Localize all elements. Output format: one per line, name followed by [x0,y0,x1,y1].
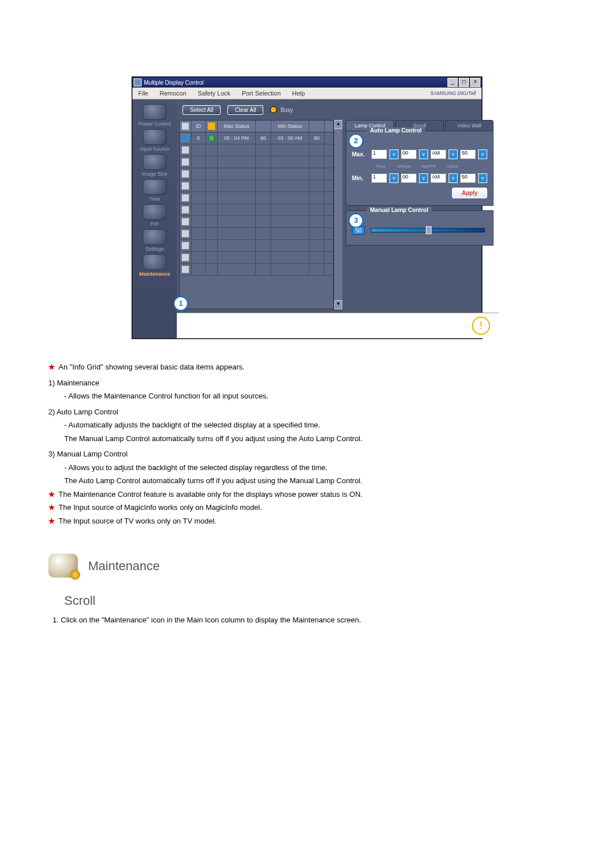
dropdown-icon[interactable]: v [449,149,458,159]
col-min-status: Min Status [271,121,309,132]
row-check-icon[interactable] [181,182,189,190]
table-row[interactable] [180,168,333,180]
table-row[interactable] [180,204,333,216]
callout-3: 3 [349,213,363,228]
tab-video-wall[interactable]: Video Wall [445,120,493,131]
select-all-button[interactable]: Select All [182,105,221,115]
star-icon: ★ [48,363,55,371]
close-button[interactable]: × [470,78,480,87]
row-check-icon[interactable] [181,158,189,166]
table-row[interactable] [180,180,333,192]
min-value-input[interactable]: 50 [460,173,476,183]
nav-input-source[interactable]: Input Source [132,129,177,152]
dropdown-icon[interactable]: v [419,149,428,159]
sub-minute: Minute [395,164,414,169]
nav-maintenance[interactable]: Maintenance [132,254,177,277]
dropdown-icon[interactable]: v [389,149,399,159]
nav-image-size[interactable]: Image Size [132,154,177,177]
cell-min-val: 80 [309,132,325,144]
max-hour-input[interactable]: 1 [371,149,387,159]
col-id: ID [192,121,206,132]
doc-line: An "Info Grid" showing several basic dat… [59,363,244,371]
nav-power-control[interactable]: Power Control [132,104,177,127]
scroll-up-icon[interactable]: ▲ [334,120,342,129]
dropdown-icon[interactable]: v [478,173,487,183]
lamp-slider[interactable] [371,228,485,232]
row-check-icon[interactable] [181,170,189,178]
max-minute-input[interactable]: 00 [401,149,417,159]
menu-remocon[interactable]: Remocon [154,90,192,97]
row-check-icon[interactable] [181,134,189,142]
check-all-icon[interactable]: ✓ [181,122,189,130]
nav-time[interactable]: Time [132,179,177,202]
app-icon [134,78,142,86]
max-value-input[interactable]: 50 [460,149,476,159]
min-ampm-input[interactable]: AM [430,173,446,183]
menu-safetylock[interactable]: Safety Lock [192,90,236,97]
status-header-icon [208,122,215,130]
slider-thumb[interactable] [426,226,432,234]
min-minute-input[interactable]: 00 [401,173,417,183]
star-icon: ★ [48,503,55,512]
row-check-icon[interactable] [181,230,189,238]
doc-line: - Automatically adjusts the backlight of… [64,420,566,431]
subsection-title: Scroll [64,591,566,610]
menu-file[interactable]: File [132,90,154,97]
manual-lamp-legend: Manual Lamp Control [367,207,432,213]
max-label: Max. [352,151,369,157]
table-row[interactable] [180,252,333,264]
dropdown-icon[interactable]: v [478,149,487,159]
table-row[interactable] [180,216,333,228]
maximize-button[interactable]: □ [459,78,469,87]
scroll-down-icon[interactable]: ▼ [334,300,342,309]
min-row: Min. 1v 00v AMv 50v [352,173,487,183]
pip-icon [143,204,167,220]
input-icon [143,129,167,145]
table-row[interactable]: 0 05 : 04 PM 60 03 : 02 AM 80 [180,132,333,144]
document-body: ★An "Info Grid" showing several basic da… [48,362,566,626]
nav-pip[interactable]: PIP [132,204,177,227]
max-ampm-input[interactable]: AM [430,149,446,159]
toolbar: Select All Clear All Busy [177,99,499,120]
menu-help[interactable]: Help [287,90,311,97]
auto-lamp-legend: Auto Lamp Control [367,127,425,134]
grid-scrollbar[interactable]: ▲ ▼ [334,120,342,309]
table-row[interactable] [180,156,333,168]
min-hour-input[interactable]: 1 [371,173,387,183]
app-window: Multiple Display Control _ □ × File Remo… [132,77,482,339]
row-check-icon[interactable] [181,194,189,202]
titlebar: Multiple Display Control _ □ × [132,77,482,88]
doc-line: - Allows the Maintenance Control functio… [64,391,566,402]
menu-portselection[interactable]: Port Selection [236,90,286,97]
maintenance-icon [143,254,167,270]
table-row[interactable] [180,144,333,156]
row-check-icon[interactable] [181,254,189,261]
doc-line: The Input source of MagicInfo works only… [59,503,262,512]
dropdown-icon[interactable]: v [449,173,458,183]
table-row[interactable] [180,240,333,252]
apply-button[interactable]: Apply [452,188,487,198]
row-check-icon[interactable] [181,218,189,226]
table-row[interactable] [180,228,333,240]
clear-all-button[interactable]: Clear All [227,105,263,115]
minimize-button[interactable]: _ [447,78,458,87]
doc-line: - Allows you to adjust the backlight of … [64,462,566,474]
row-check-icon[interactable] [181,206,189,214]
col-check[interactable]: ✓ [180,121,192,132]
cell-min-status: 03 : 02 AM [271,132,309,144]
row-check-icon[interactable] [181,265,189,273]
menubar: File Remocon Safety Lock Port Selection … [132,88,482,99]
status-bar: ! [177,313,499,338]
dropdown-icon[interactable]: v [419,173,428,183]
dropdown-icon[interactable]: v [389,173,399,183]
nav-settings[interactable]: Settings [132,229,177,252]
table-row[interactable] [180,264,333,276]
row-check-icon[interactable] [181,242,189,250]
table-row[interactable] [180,192,333,204]
row-check-icon[interactable] [181,146,189,154]
col-max-status: Max Status [218,121,256,132]
step-item: Click on the "Maintenance" icon in the M… [61,614,566,626]
star-icon: ★ [48,517,55,525]
sub-hour: Hour [371,164,391,169]
auto-lamp-panel: 2 Auto Lamp Control Max. 1v 00v AMv 50v … [346,131,493,206]
